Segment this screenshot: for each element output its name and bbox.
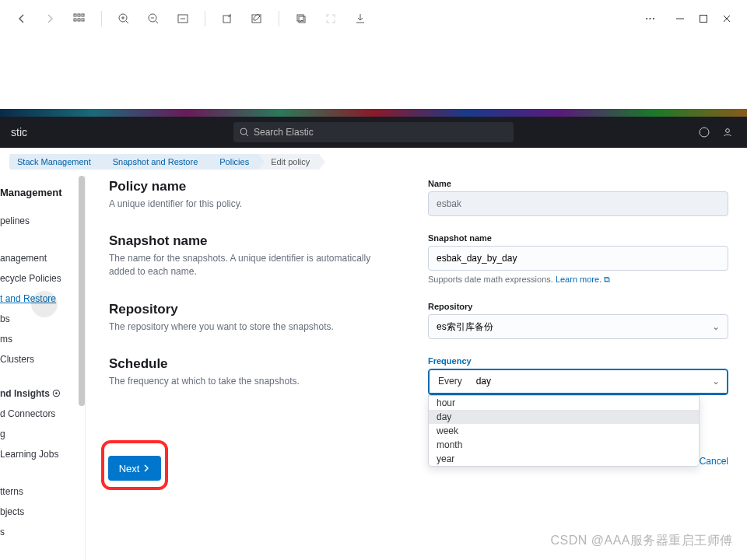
next-button[interactable]: Next	[108, 456, 161, 481]
svg-rect-3	[74, 19, 76, 21]
fit-width-icon[interactable]	[170, 6, 195, 31]
snapshot-name-input[interactable]	[428, 246, 728, 271]
svg-rect-4	[78, 19, 80, 21]
helper-text: Supports date math expressions. Learn mo…	[428, 275, 728, 285]
sidebar-item[interactable]: anagement	[0, 248, 85, 268]
dropdown-option-hour[interactable]: hour	[429, 396, 699, 410]
sidebar-item[interactable]: bjects	[0, 502, 85, 522]
frequency-dropdown: hour day week month year	[428, 395, 700, 467]
zoom-out-icon[interactable]	[141, 6, 166, 31]
dropdown-option-year[interactable]: year	[429, 452, 699, 466]
fullscreen-icon[interactable]	[318, 6, 343, 31]
browser-toolbar: ···	[0, 0, 747, 37]
sidebar-scrollbar[interactable]	[79, 176, 85, 560]
sidebar: Management pelines anagement ecycle Poli…	[0, 176, 86, 560]
external-link-icon: ⧉	[604, 275, 610, 284]
dropdown-option-day[interactable]: day	[429, 410, 699, 424]
next-button-highlight: Next	[101, 440, 168, 490]
form-area: Policy name A unique identifier for this…	[86, 176, 747, 560]
sidebar-item[interactable]: pelines	[0, 211, 85, 231]
sidebar-item[interactable]: d Connectors	[0, 404, 85, 424]
field-label-repository: Repository	[428, 302, 728, 311]
breadcrumb: Stack Management Snapshot and Restore Po…	[0, 148, 747, 176]
app-logo-fragment: stic	[0, 126, 38, 138]
back-button[interactable]	[9, 6, 34, 31]
section-desc: The repository where you want to store t…	[109, 320, 397, 334]
frequency-value: day	[472, 376, 712, 387]
breadcrumb-item[interactable]: Stack Management	[9, 154, 100, 170]
download-icon[interactable]	[348, 6, 373, 31]
highlight-circle	[31, 291, 58, 317]
section-title-policy-name: Policy name	[109, 179, 397, 194]
edit-icon[interactable]	[244, 6, 269, 31]
svg-rect-11	[297, 15, 303, 21]
window-maximize-icon[interactable]	[699, 14, 708, 23]
copy-icon[interactable]	[289, 6, 314, 31]
svg-point-16	[726, 129, 730, 133]
field-label-snapshot-name: Snapshot name	[428, 233, 728, 243]
search-placeholder: Search Elastic	[254, 127, 314, 138]
header-help-icon[interactable]	[699, 127, 710, 138]
global-search[interactable]: Search Elastic	[233, 122, 514, 142]
svg-rect-13	[700, 16, 707, 23]
apps-grid-icon[interactable]	[67, 6, 92, 31]
decorative-strip	[0, 109, 747, 117]
header-user-icon[interactable]	[722, 127, 733, 138]
field-label-name: Name	[428, 179, 728, 188]
sidebar-item[interactable]: g	[0, 424, 85, 444]
frequency-select[interactable]: Every day ⌄ hour day week month year	[428, 369, 728, 395]
svg-rect-2	[82, 14, 84, 16]
section-desc: The name for the snapshots. A unique ide…	[109, 252, 397, 278]
svg-rect-5	[82, 19, 84, 21]
section-desc: A unique identifier for this policy.	[109, 198, 397, 211]
section-title-snapshot-name: Snapshot name	[109, 233, 397, 249]
section-title-repository: Repository	[109, 302, 397, 317]
chevron-down-icon: ⌄	[712, 321, 720, 332]
sidebar-item[interactable]: ms	[0, 329, 85, 349]
breadcrumb-item[interactable]: Snapshot and Restore	[100, 154, 207, 170]
field-label-frequency: Frequency	[428, 356, 728, 366]
more-menu-icon[interactable]: ···	[638, 6, 663, 31]
forward-button[interactable]	[37, 6, 62, 31]
sidebar-item[interactable]: s	[0, 522, 85, 542]
svg-rect-12	[299, 16, 305, 23]
sidebar-section: nd Insights ☉	[0, 383, 85, 404]
search-icon	[240, 128, 249, 137]
repository-select[interactable]: es索引库备份 ⌄	[428, 314, 728, 339]
zoom-in-icon[interactable]	[111, 6, 136, 31]
section-desc: The frequency at which to take the snaps…	[109, 375, 397, 388]
cancel-link[interactable]: Cancel	[700, 456, 728, 467]
sidebar-item[interactable]: ecycle Policies	[0, 268, 85, 289]
sidebar-item[interactable]: tterns	[0, 481, 85, 502]
frequency-prefix: Every	[429, 376, 472, 387]
chevron-down-icon: ⌄	[712, 376, 728, 387]
learn-more-link[interactable]: Learn more. ⧉	[556, 275, 610, 284]
svg-point-15	[700, 128, 709, 137]
svg-rect-0	[74, 14, 76, 16]
breadcrumb-current: Edit policy	[258, 154, 319, 170]
sidebar-item[interactable]: Learning Jobs	[0, 444, 85, 464]
app-header: stic Search Elastic	[0, 117, 747, 148]
name-input[interactable]	[428, 191, 728, 216]
dropdown-option-week[interactable]: week	[429, 424, 699, 438]
section-title-schedule: Schedule	[109, 356, 397, 372]
sidebar-heading: Management	[0, 184, 85, 211]
chevron-right-icon	[142, 464, 150, 472]
rotate-icon[interactable]	[215, 6, 240, 31]
svg-point-14	[240, 128, 247, 135]
breadcrumb-item[interactable]: Policies	[207, 154, 258, 170]
sidebar-item[interactable]: Clusters	[0, 349, 85, 369]
svg-rect-1	[78, 14, 80, 16]
dropdown-option-month[interactable]: month	[429, 438, 699, 452]
window-close-icon[interactable]	[722, 14, 731, 23]
window-minimize-icon[interactable]	[675, 14, 685, 23]
